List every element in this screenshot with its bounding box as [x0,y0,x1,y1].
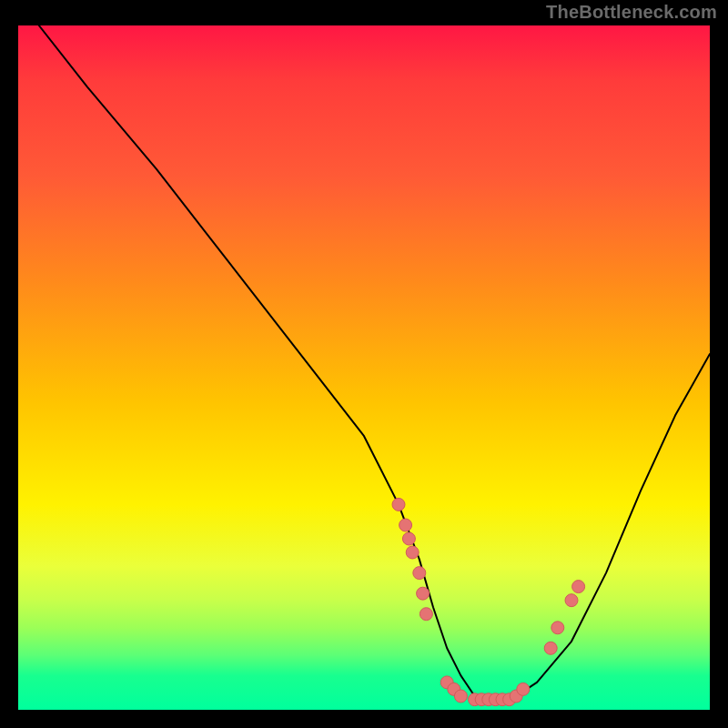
data-point [454,690,467,703]
data-point [392,498,405,511]
data-point [572,581,585,593]
data-point [551,622,564,634]
plot-area [18,25,710,710]
data-point [420,608,432,621]
data-point [413,567,426,580]
bottleneck-curve [39,25,710,703]
chart-frame: TheBottleneck.com [0,0,728,728]
data-points [392,498,585,705]
data-point [544,642,557,654]
data-point [399,519,412,531]
data-point [565,594,578,607]
data-point [406,546,419,559]
data-point [402,532,415,545]
plot-svg [18,25,710,710]
data-point [417,587,430,600]
watermark-text: TheBottleneck.com [546,2,717,23]
data-point [517,682,530,695]
